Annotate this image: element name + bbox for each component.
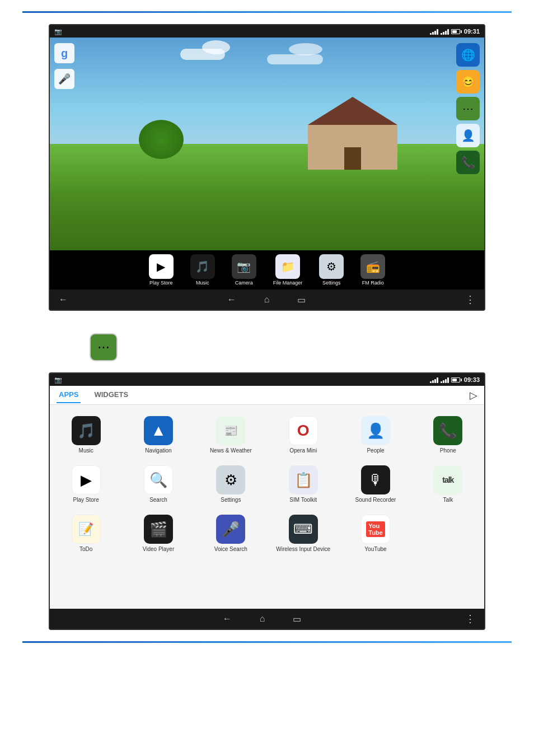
app-people[interactable]: 👤 People <box>339 410 411 460</box>
app-todo-label: ToDo <box>79 546 92 553</box>
nav-bar-2: ← ⌂ ▭ ⋮ <box>50 609 484 629</box>
house-roof <box>308 97 397 125</box>
home-sidebar-icons: 🌐 😊 ⋯ 👤 📞 <box>456 43 480 174</box>
house <box>308 97 397 170</box>
section-gap <box>22 311 512 328</box>
app-playstore-icon: ▶ <box>72 465 101 494</box>
app-settings[interactable]: ⚙ Settings <box>195 460 267 509</box>
app-todo[interactable]: 📝 ToDo <box>50 509 122 558</box>
sidebar-browser-icon[interactable]: 🌐 <box>456 43 480 67</box>
nav-menu-1[interactable]: ⋮ <box>465 293 475 306</box>
tab-widgets[interactable]: WIDGETS <box>92 387 130 403</box>
sidebar-smiley-icon[interactable]: 😊 <box>456 70 480 94</box>
app-opera-icon: O <box>289 416 318 445</box>
dock-playstore[interactable]: ▶ Play Store <box>149 254 174 286</box>
dock-fmradio[interactable]: 📻 FM Radio <box>360 254 385 286</box>
app-people-icon: 👤 <box>361 416 390 445</box>
app-voicesearch[interactable]: 🎤 Voice Search <box>195 509 267 558</box>
dock-camera[interactable]: 📷 Camera <box>232 254 256 286</box>
app-search[interactable]: 🔍 Search <box>122 460 194 509</box>
house-door <box>344 147 361 170</box>
nav-back-btn-1[interactable]: ← <box>227 295 236 305</box>
ground-bg <box>50 144 484 250</box>
dock-settings[interactable]: ⚙ Settings <box>319 254 344 286</box>
signal-icon-3 <box>430 376 438 383</box>
app-voicesearch-icon: 🎤 <box>216 515 245 544</box>
status-bar-1: 📷 09:31 <box>50 25 484 38</box>
app-navigation-icon: ▲ <box>144 416 173 445</box>
app-search-icon: 🔍 <box>144 465 173 494</box>
status-bar-right-2: 09:33 <box>430 376 480 383</box>
app-talk-icon: talk <box>433 465 462 494</box>
app-todo-icon: 📝 <box>72 515 101 544</box>
app-navigation[interactable]: ▲ Navigation <box>122 410 194 460</box>
home-screen-content: g 🎤 🌐 😊 ⋯ 👤 📞 <box>50 38 484 250</box>
nav-menu-2[interactable]: ⋮ <box>465 613 475 625</box>
home-left-icons: g 🎤 <box>54 43 74 89</box>
launcher-icon-container: ⋯ <box>90 333 512 361</box>
app-phone[interactable]: 📞 Phone <box>412 410 484 460</box>
nav-bar-center-1: ← ⌂ ▭ <box>68 295 465 305</box>
nav-recents-btn-1[interactable]: ▭ <box>297 295 306 305</box>
small-gap <box>22 367 512 372</box>
battery-icon-2 <box>451 377 462 382</box>
app-wireless[interactable]: ⌨ Wireless Input Device <box>267 509 339 558</box>
nav-home-btn-2[interactable]: ⌂ <box>260 614 265 624</box>
nav-bar-1: ← ← ⌂ ▭ ⋮ <box>50 290 484 310</box>
cloud-2 <box>202 40 230 54</box>
time-display-1: 09:31 <box>464 28 480 35</box>
app-news-icon: 📰 <box>216 416 245 445</box>
status-bar-left-1: 📷 <box>54 28 62 35</box>
app-navigation-label: Navigation <box>145 447 171 454</box>
sky-bg <box>50 38 484 155</box>
app-drawer-content: APPS WIDGETS ▷ 🎵 Music ▲ Navigation <box>50 386 484 609</box>
app-simtoolkit[interactable]: 📋 SIM Toolkit <box>267 460 339 509</box>
app-soundrec-label: Sound Recorder <box>355 497 396 503</box>
mic-icon[interactable]: 🎤 <box>54 69 74 89</box>
app-videoplayer-label: Video Player <box>143 546 175 553</box>
app-videoplayer[interactable]: 🎬 Video Player <box>122 509 194 558</box>
app-grid: 🎵 Music ▲ Navigation 📰 News & Weather O … <box>50 405 484 564</box>
sidebar-phone-icon[interactable]: 📞 <box>456 151 480 174</box>
app-talk[interactable]: talk Talk <box>412 460 484 509</box>
home-screen: 📷 09:31 <box>49 24 485 311</box>
app-search-label: Search <box>149 497 167 503</box>
app-people-label: People <box>367 447 384 454</box>
app-music[interactable]: 🎵 Music <box>50 410 122 460</box>
sidebar-apps-icon[interactable]: ⋯ <box>456 97 480 120</box>
bottom-border <box>22 641 512 643</box>
nav-back-1[interactable]: ← <box>59 295 68 305</box>
app-opera[interactable]: O Opera Mini <box>267 410 339 460</box>
top-border <box>22 11 512 13</box>
page-wrapper: 📷 09:31 <box>0 0 534 756</box>
app-playstore[interactable]: ▶ Play Store <box>50 460 122 509</box>
app-playstore-label: Play Store <box>73 497 99 503</box>
status-bar-2: 📷 09:33 <box>50 374 484 386</box>
nav-back-btn-2[interactable]: ← <box>223 614 232 624</box>
tab-right-icon[interactable]: ▷ <box>470 389 477 402</box>
status-bar-right-1: 09:31 <box>430 28 480 35</box>
app-videoplayer-icon: 🎬 <box>144 515 173 544</box>
app-news-label: News & Weather <box>210 447 252 454</box>
app-simtoolkit-icon: 📋 <box>289 465 318 494</box>
house-body <box>308 125 397 170</box>
app-opera-label: Opera Mini <box>289 447 317 454</box>
status-bar-left-2: 📷 <box>54 376 62 384</box>
cloud-4 <box>289 43 322 55</box>
app-youtube-label: YouTube <box>364 546 386 553</box>
nav-home-btn-1[interactable]: ⌂ <box>264 295 270 305</box>
dock-music[interactable]: 🎵 Music <box>190 254 215 286</box>
signal-icon-1 <box>430 28 438 35</box>
dock-filemanager[interactable]: 📁 File Manager <box>273 254 303 286</box>
nav-recents-btn-2[interactable]: ▭ <box>293 614 301 624</box>
google-icon[interactable]: g <box>54 43 74 63</box>
app-drawer-tabs: APPS WIDGETS ▷ <box>50 386 484 405</box>
app-drawer-screen: 📷 09:33 <box>49 372 485 630</box>
tab-apps[interactable]: APPS <box>57 387 81 403</box>
signal-icon-4 <box>441 376 449 383</box>
app-soundrec[interactable]: 🎙 Sound Recorder <box>339 460 411 509</box>
app-youtube[interactable]: YouTube YouTube <box>339 509 411 558</box>
launcher-icon[interactable]: ⋯ <box>90 333 118 361</box>
app-news[interactable]: 📰 News & Weather <box>195 410 267 460</box>
sidebar-contacts-icon[interactable]: 👤 <box>456 124 480 147</box>
